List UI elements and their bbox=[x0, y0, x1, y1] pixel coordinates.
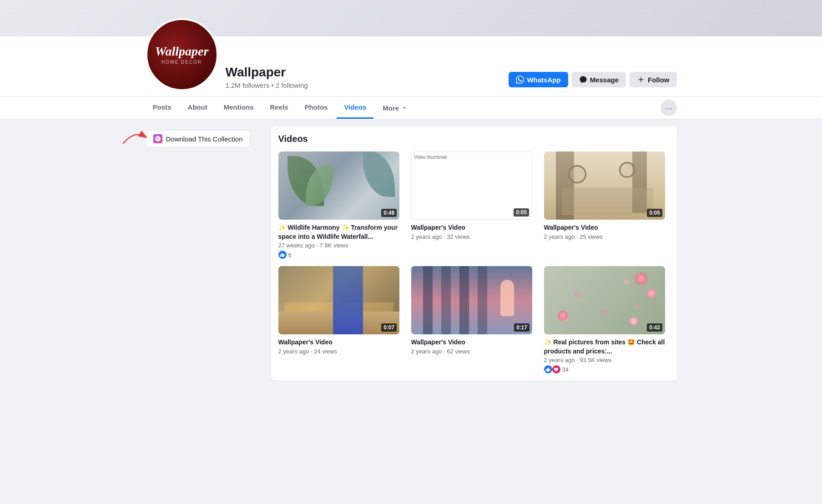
follow-label: Follow bbox=[648, 76, 670, 84]
profile-header: Wallpaper Home Decor Wallpaper 1.2M foll… bbox=[0, 0, 822, 97]
whatsapp-label: WhatsApp bbox=[527, 76, 560, 84]
video-thumb-6: 0:42 bbox=[544, 266, 666, 334]
video-thumb-4: 0:07 bbox=[278, 266, 400, 334]
tab-more[interactable]: More bbox=[375, 97, 415, 119]
love-icon-6 bbox=[552, 365, 560, 373]
nav-section: Posts About Mentions Reels Photos Videos… bbox=[0, 97, 822, 119]
video-info-2: Wallpaper's Video 2 years ago · 32 views bbox=[411, 223, 537, 240]
video-reactions-6: 34 bbox=[544, 365, 670, 373]
video-thumb-text-2: Video thumbnail bbox=[414, 155, 447, 160]
nav-tabs: Posts About Mentions Reels Photos Videos… bbox=[146, 97, 416, 119]
duration-badge-4: 0:07 bbox=[381, 323, 397, 332]
download-label: Download This Collection bbox=[166, 135, 243, 143]
whatsapp-icon bbox=[516, 76, 524, 84]
videos-section: Videos 0:48 ✨ Wildlife Harmony ✨ Transfo… bbox=[271, 126, 677, 381]
message-label: Message bbox=[590, 76, 619, 84]
message-icon bbox=[579, 76, 587, 84]
video-card-6[interactable]: 0:42 ✨ Real pictures from sites 🤩 Check … bbox=[544, 266, 670, 373]
video-card-2[interactable]: Video thumbnail 0:05 Wallpaper's Video 2… bbox=[411, 151, 537, 259]
main-content: Download This Collection Videos 0:48 ✨ W… bbox=[138, 126, 684, 381]
videos-title: Videos bbox=[278, 134, 670, 144]
nav-options-button[interactable]: ··· bbox=[661, 100, 677, 116]
duration-badge-3: 0:05 bbox=[647, 209, 662, 217]
video-info-4: Wallpaper's Video 2 years ago · 24 views bbox=[278, 338, 404, 355]
duration-badge-2: 0:05 bbox=[514, 208, 529, 217]
follow-button[interactable]: Follow bbox=[630, 72, 677, 87]
download-btn-wrap: Download This Collection bbox=[146, 130, 264, 147]
tab-posts[interactable]: Posts bbox=[146, 97, 179, 119]
page-title: Wallpaper bbox=[226, 65, 502, 80]
video-meta-2: 2 years ago · 32 views bbox=[411, 233, 537, 240]
tab-mentions[interactable]: Mentions bbox=[217, 97, 261, 119]
video-title-6: ✨ Real pictures from sites 🤩 Check all p… bbox=[544, 338, 670, 356]
duration-badge-5: 0:17 bbox=[514, 323, 530, 332]
profile-actions: WhatsApp Message Follow bbox=[509, 72, 676, 91]
reaction-count-6: 34 bbox=[562, 366, 569, 373]
video-title-4: Wallpaper's Video bbox=[278, 338, 404, 347]
video-thumb-1: 0:48 bbox=[278, 151, 400, 220]
download-collection-button[interactable]: Download This Collection bbox=[146, 130, 251, 147]
video-card-5[interactable]: 0:17 Wallpaper's Video 2 years ago · 62 … bbox=[411, 266, 537, 373]
video-meta-6: 2 years ago · 93.5K views bbox=[544, 357, 670, 363]
video-card-1[interactable]: 0:48 ✨ Wildlife Harmony ✨ Transform your… bbox=[278, 151, 404, 259]
like-icon-1 bbox=[278, 251, 287, 259]
video-thumb-2: Video thumbnail 0:05 bbox=[411, 151, 533, 220]
video-thumb-3: 0:05 bbox=[544, 151, 666, 220]
tab-videos[interactable]: Videos bbox=[337, 97, 373, 119]
tab-reels[interactable]: Reels bbox=[263, 97, 296, 119]
duration-badge-1: 0:48 bbox=[381, 209, 397, 217]
like-icon-6 bbox=[544, 365, 552, 373]
video-meta-1: 27 weeks ago · 7.8K views bbox=[278, 242, 404, 249]
download-icon bbox=[153, 134, 162, 143]
tab-photos[interactable]: Photos bbox=[298, 97, 335, 119]
red-arrow-indicator bbox=[121, 128, 148, 146]
video-title-2: Wallpaper's Video bbox=[411, 223, 537, 232]
cover-image bbox=[0, 0, 822, 36]
video-meta-4: 2 years ago · 24 views bbox=[278, 348, 404, 355]
video-meta-3: 2 years ago · 25 views bbox=[544, 233, 670, 240]
video-meta-5: 2 years ago · 62 views bbox=[411, 348, 537, 355]
profile-meta: 1.2M followers • 2 following bbox=[226, 81, 502, 89]
video-thumb-5: 0:17 bbox=[411, 266, 533, 334]
follow-icon bbox=[637, 76, 645, 84]
video-title-1: ✨ Wildlife Harmony ✨ Transform your spac… bbox=[278, 223, 404, 241]
tab-about[interactable]: About bbox=[180, 97, 214, 119]
video-info-3: Wallpaper's Video 2 years ago · 25 views bbox=[544, 223, 670, 240]
video-title-3: Wallpaper's Video bbox=[544, 223, 670, 232]
left-sidebar: Download This Collection bbox=[146, 126, 264, 381]
video-card-4[interactable]: 0:07 Wallpaper's Video 2 years ago · 24 … bbox=[278, 266, 404, 373]
video-info-5: Wallpaper's Video 2 years ago · 62 views bbox=[411, 338, 537, 355]
videos-grid: 0:48 ✨ Wildlife Harmony ✨ Transform your… bbox=[278, 151, 670, 373]
video-title-5: Wallpaper's Video bbox=[411, 338, 537, 347]
message-button[interactable]: Message bbox=[572, 72, 626, 87]
video-info-6: ✨ Real pictures from sites 🤩 Check all p… bbox=[544, 338, 670, 373]
whatsapp-button[interactable]: WhatsApp bbox=[509, 72, 568, 87]
video-info-1: ✨ Wildlife Harmony ✨ Transform your spac… bbox=[278, 223, 404, 259]
video-card-3[interactable]: 0:05 Wallpaper's Video 2 years ago · 25 … bbox=[544, 151, 670, 259]
reaction-count-1: 6 bbox=[288, 252, 292, 258]
chevron-down-icon bbox=[401, 104, 408, 111]
avatar: Wallpaper Home Decor bbox=[146, 18, 218, 91]
duration-badge-6: 0:42 bbox=[647, 323, 662, 332]
profile-info: Wallpaper 1.2M followers • 2 following bbox=[226, 65, 502, 91]
video-reactions-1: 6 bbox=[278, 251, 404, 259]
